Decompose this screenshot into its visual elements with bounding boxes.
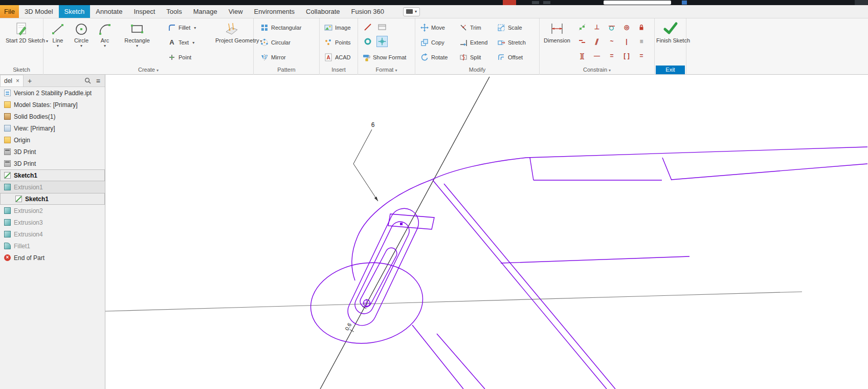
- sketch-viewport[interactable]: 6 0.6: [105, 75, 868, 389]
- tree-item-origin[interactable]: Origin: [0, 134, 105, 146]
- split-button[interactable]: Split: [459, 52, 481, 63]
- screen-selector-button[interactable]: ▾: [403, 7, 420, 16]
- line-tool-button[interactable]: Line ▾: [47, 21, 69, 48]
- tree-item-extrusion2[interactable]: Extrusion2: [0, 205, 105, 217]
- insert-image-button[interactable]: Image: [324, 22, 351, 33]
- text-tool-button[interactable]: A Text ▾: [168, 37, 194, 48]
- blade-near-edge[interactable]: [501, 256, 689, 263]
- browser-tab-model[interactable]: del ×: [0, 75, 24, 87]
- tab-view[interactable]: View: [223, 5, 249, 18]
- constraint-horizontal-button[interactable]: —: [591, 50, 603, 61]
- constraint-coincident-button[interactable]: [576, 21, 588, 33]
- scale-button[interactable]: Scale: [497, 22, 522, 33]
- constraint-symmetric-button[interactable]: ][: [576, 50, 588, 61]
- tree-item-fillet1[interactable]: Fillet1: [0, 240, 105, 252]
- rectangle-tool-button[interactable]: Rectangle ▾: [121, 21, 153, 48]
- hamburger-menu-icon[interactable]: ≡: [96, 77, 100, 85]
- tab-annotate[interactable]: Annotate: [90, 5, 128, 18]
- dimension-button[interactable]: Dimension: [542, 21, 572, 44]
- panel-label-format[interactable]: Format▾: [358, 66, 415, 74]
- fillet-tool-button[interactable]: Fillet ▾: [168, 22, 196, 33]
- tab-fusion-360[interactable]: Fusion 360: [346, 5, 390, 18]
- close-icon[interactable]: ×: [16, 77, 19, 84]
- tree-item-solid-bodies[interactable]: Solid Bodies(1): [0, 111, 105, 122]
- dimension-label-radius[interactable]: 6: [371, 121, 375, 128]
- edge-connector-right[interactable]: [662, 158, 672, 180]
- tree-item-part-file[interactable]: Version 2 Stability Paddle.ipt: [0, 87, 105, 99]
- tab-inspect[interactable]: Inspect: [128, 5, 161, 18]
- insert-acad-button[interactable]: A ACAD: [324, 52, 351, 63]
- tab-3d-model[interactable]: 3D Model: [19, 5, 59, 18]
- constraint-perpendicular-button[interactable]: ⊥: [591, 21, 603, 33]
- trim-button[interactable]: Trim: [459, 22, 481, 33]
- edge-connector-left[interactable]: [530, 158, 533, 180]
- tree-item-3d-print-1[interactable]: 3D Print: [0, 146, 105, 158]
- tree-item-extrusion1[interactable]: Extrusion1: [0, 181, 105, 193]
- radius-dimension-leader[interactable]: [353, 129, 378, 201]
- rotate-button[interactable]: Rotate: [420, 52, 448, 63]
- dimension-label-linear[interactable]: 0.6: [344, 322, 353, 332]
- circle-tool-button[interactable]: Circle ▾: [70, 21, 93, 48]
- constraint-concentric-button[interactable]: ◎: [621, 21, 632, 33]
- extend-button[interactable]: Extend: [459, 37, 487, 48]
- construction-line-button[interactable]: [362, 21, 373, 33]
- sketch-geometry[interactable]: [305, 147, 867, 389]
- handle-top-curve[interactable]: [432, 158, 526, 180]
- mirror-button[interactable]: Mirror: [260, 52, 286, 63]
- sketch-point[interactable]: [400, 223, 403, 225]
- tab-tools[interactable]: Tools: [161, 5, 187, 18]
- titlebar-button[interactable]: [855, 0, 868, 5]
- constraint-parallel-button[interactable]: ∥: [591, 36, 603, 47]
- sketch-canvas[interactable]: 6 0.6: [105, 75, 868, 389]
- panel-label-create[interactable]: Create▾: [43, 66, 253, 74]
- file-menu-button[interactable]: File: [0, 5, 19, 18]
- tab-sketch[interactable]: Sketch: [59, 5, 91, 18]
- tree-item-model-states[interactable]: Model States: [Primary]: [0, 99, 105, 111]
- add-tab-button[interactable]: +: [24, 77, 36, 85]
- tree-item-3d-print-2[interactable]: 3D Print: [0, 158, 105, 169]
- shaft-upper-edge-a[interactable]: [433, 180, 607, 389]
- start-2d-sketch-button[interactable]: Start 2D Sketch▾: [6, 21, 37, 44]
- constraint-equal-button[interactable]: =: [606, 50, 617, 61]
- constraint-collinear-button[interactable]: [576, 36, 588, 47]
- project-geometry-button[interactable]: Project Geometry▾: [215, 21, 248, 44]
- constraint-settings-button[interactable]: ≡: [636, 36, 647, 47]
- point-tool-button[interactable]: Point: [168, 52, 191, 63]
- axis-construction-line[interactable]: [320, 77, 489, 389]
- tree-item-extrusion3[interactable]: Extrusion3: [0, 217, 105, 228]
- blade-top-edge[interactable]: [526, 147, 867, 158]
- driven-dimension-button[interactable]: [362, 36, 373, 47]
- blade-second-edge-right[interactable]: [672, 164, 867, 180]
- panel-label-constrain[interactable]: Constrain▾: [540, 66, 654, 74]
- titlebar-search-box[interactable]: [604, 1, 671, 5]
- tab-manage[interactable]: Manage: [188, 5, 223, 18]
- constraint-tangent-button[interactable]: [606, 21, 617, 33]
- finish-sketch-button[interactable]: Finish Sketch: [656, 21, 685, 44]
- tab-collaborate[interactable]: Collaborate: [300, 5, 346, 18]
- sketch-only-button[interactable]: [376, 21, 388, 33]
- centerpoint-button-selected[interactable]: [376, 36, 388, 47]
- tree-item-end-of-part[interactable]: End of Part: [0, 252, 105, 264]
- constraint-brackets-button[interactable]: [ ]: [621, 50, 632, 61]
- slot-outer[interactable]: [343, 204, 424, 330]
- rectangular-pattern-button[interactable]: Rectangular: [260, 22, 301, 33]
- arc-tool-button[interactable]: Arc ▾: [94, 21, 116, 48]
- offset-button[interactable]: Offset: [497, 52, 523, 63]
- constraint-equal2-button[interactable]: =: [636, 50, 647, 61]
- constraint-lock-button[interactable]: [636, 21, 647, 33]
- ground-reference-line[interactable]: [105, 292, 802, 311]
- shaft-upper-edge-b[interactable]: [444, 184, 615, 389]
- copy-button[interactable]: Copy: [420, 37, 444, 48]
- move-button[interactable]: Move: [420, 22, 445, 33]
- tree-item-sketch1[interactable]: Sketch1: [0, 169, 105, 181]
- tree-item-view[interactable]: View: [Primary]: [0, 122, 105, 134]
- tree-item-sketch1-child[interactable]: Sketch1: [0, 193, 105, 205]
- show-format-button[interactable]: Show Format: [362, 52, 406, 63]
- tab-environments[interactable]: Environments: [249, 5, 300, 18]
- circular-pattern-button[interactable]: Circular: [260, 37, 291, 48]
- tree-item-extrusion4[interactable]: Extrusion4: [0, 228, 105, 240]
- shaft-lower-edge-b[interactable]: [437, 334, 485, 389]
- insert-points-button[interactable]: Points: [324, 37, 351, 48]
- constraint-smooth-button[interactable]: ~: [606, 36, 617, 47]
- constraint-vertical-button[interactable]: |: [621, 36, 632, 47]
